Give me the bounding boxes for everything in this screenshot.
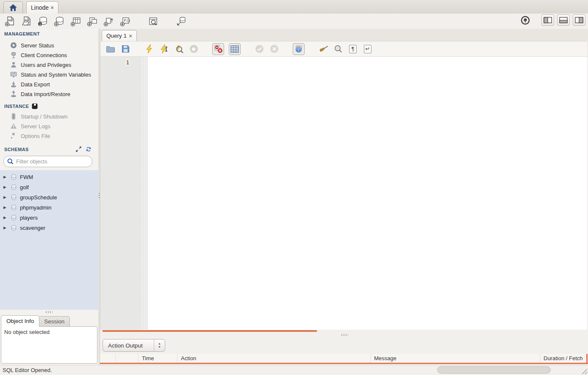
spinner-arrows-icon[interactable]: ▲▼ (154, 339, 165, 351)
wrench-badge-icon (32, 103, 38, 109)
output-view-label: Action Output (103, 342, 154, 349)
schema-row-scavenger[interactable]: ▶ scavenger (0, 223, 98, 233)
function-plus-icon: f() (120, 16, 131, 27)
open-sql-script-button[interactable]: SQL (21, 16, 32, 27)
sidebar-item-startup-shutdown[interactable]: Startup / Shutdown (10, 112, 98, 121)
home-tab[interactable] (3, 1, 23, 14)
toggle-invisibles-button[interactable]: ¶ (348, 44, 358, 54)
schema-row-groupschedule[interactable]: ▶ groupSchedule (0, 192, 98, 202)
create-schema-button[interactable] (54, 16, 65, 27)
pilcrow-icon: ¶ (349, 45, 357, 53)
limit-rows-button[interactable] (229, 43, 241, 55)
reconnect-dbms-button[interactable] (176, 16, 187, 27)
sidebar-splitter-handle[interactable] (46, 311, 53, 313)
expand-panel-icon[interactable] (76, 146, 81, 152)
sidebar-item-status-system-variables[interactable]: Status and System Variables (10, 70, 98, 79)
info-panel-tabs: Object Info Session (1, 315, 70, 327)
user-icon (10, 61, 17, 68)
toggle-autocommit-button[interactable] (293, 43, 305, 55)
schema-icon (11, 225, 17, 231)
limit-rows-grid-icon (230, 45, 239, 53)
schema-filter-input[interactable] (16, 158, 91, 165)
stop-button[interactable] (189, 44, 199, 54)
expander-icon[interactable]: ▶ (3, 226, 8, 230)
rollback-button[interactable] (269, 44, 279, 54)
query-tab-label: Query 1 (106, 33, 127, 39)
tab-object-info[interactable]: Object Info (1, 315, 39, 327)
create-function-button[interactable]: f() (120, 16, 131, 27)
execute-button[interactable] (144, 44, 154, 54)
wrench-icon (10, 132, 17, 139)
create-table-button[interactable] (70, 16, 81, 27)
refresh-icon[interactable] (86, 146, 92, 152)
new-sql-editor-button[interactable]: SQL (4, 16, 15, 27)
save-script-button[interactable] (120, 44, 130, 54)
expander-icon[interactable]: ▶ (3, 215, 8, 220)
toggle-wrap-button[interactable]: ↵ (363, 44, 373, 54)
sql-code-editor[interactable]: 1 (100, 57, 588, 330)
schema-filter-box[interactable] (3, 156, 92, 167)
database-plus-icon (54, 16, 65, 27)
commit-check-icon (255, 44, 264, 53)
sidebar-item-users-privileges[interactable]: Users and Privileges (10, 60, 98, 69)
expander-icon[interactable]: ▶ (3, 195, 8, 199)
output-horizontal-scrollbar-thumb[interactable] (437, 366, 551, 374)
stop-hand-icon (189, 44, 198, 53)
expander-icon[interactable]: ▶ (3, 175, 8, 179)
schema-row-golf[interactable]: ▶ golf (0, 182, 98, 192)
close-icon[interactable]: × (129, 33, 132, 39)
column-icon[interactable] (100, 354, 115, 363)
create-procedure-button[interactable] (103, 16, 114, 27)
toggle-stop-on-error-button[interactable] (212, 43, 224, 55)
sidebar-item-data-export[interactable]: Data Export (10, 80, 98, 89)
schema-icon (11, 215, 17, 221)
close-icon[interactable]: × (50, 5, 54, 11)
line-number: 1 (125, 59, 130, 66)
column-duration-fetch[interactable]: Duration / Fetch (540, 354, 588, 363)
schema-row-fwm[interactable]: ▶ FWM (0, 172, 98, 182)
sidebar-item-server-logs[interactable]: Server Logs (10, 121, 98, 131)
explain-button[interactable] (174, 44, 184, 54)
rollback-x-icon (270, 44, 279, 53)
line-number-gutter: 1 (100, 57, 141, 330)
view-plus-icon (87, 16, 98, 27)
column-index[interactable] (115, 354, 138, 363)
search-table-data-button[interactable] (148, 16, 159, 27)
expander-icon[interactable]: ▶ (3, 205, 8, 210)
commit-button[interactable] (254, 44, 264, 54)
connection-tab-linode[interactable]: Linode × (26, 1, 58, 14)
schema-row-players[interactable]: ▶ players (0, 212, 98, 223)
toggle-left-sidebar-button[interactable] (541, 14, 554, 26)
inspect-database-button[interactable]: i (37, 16, 48, 27)
window-tab-bar: Linode × (0, 0, 588, 14)
expander-icon[interactable]: ▶ (3, 185, 8, 189)
column-message[interactable]: Message (370, 354, 540, 363)
data-import-icon (10, 91, 17, 97)
tab-query-1[interactable]: Query 1 × (102, 30, 137, 41)
column-time[interactable]: Time (138, 354, 177, 363)
find-button[interactable] (333, 44, 343, 54)
traffic-light-icon (10, 113, 17, 120)
lightning-cursor-icon (160, 44, 168, 54)
sidebar-item-options-file[interactable]: Options File (10, 131, 98, 141)
schema-row-phpmyadmin[interactable]: ▶ phpmyadmin (0, 202, 98, 212)
beautify-button[interactable] (318, 44, 328, 54)
sidebar-item-data-import-restore[interactable]: Data Import/Restore (10, 89, 98, 99)
tab-session[interactable]: Session (39, 316, 70, 327)
query-tab-bar: Query 1 × (100, 29, 588, 41)
navigator-sidebar: MANAGEMENT Server Status Client Connecti… (0, 29, 98, 365)
search-icon (7, 158, 14, 165)
output-view-selector[interactable]: Action Output ▲▼ (103, 339, 165, 352)
sidebar-item-server-status[interactable]: Server Status (10, 41, 98, 50)
notifications-button[interactable] (520, 15, 531, 26)
column-action[interactable]: Action (177, 354, 370, 363)
toggle-right-sidebar-button[interactable] (573, 14, 585, 26)
sidebar-item-client-connections[interactable]: Client Connections (10, 50, 98, 60)
right-edge-accent (586, 354, 588, 364)
create-view-button[interactable] (87, 16, 98, 27)
toggle-bottom-panel-button[interactable] (557, 14, 570, 26)
scrollbar-thumb[interactable] (103, 330, 317, 332)
output-splitter[interactable] (100, 332, 588, 337)
open-script-button[interactable] (105, 44, 116, 54)
execute-current-statement-button[interactable] (159, 44, 169, 54)
